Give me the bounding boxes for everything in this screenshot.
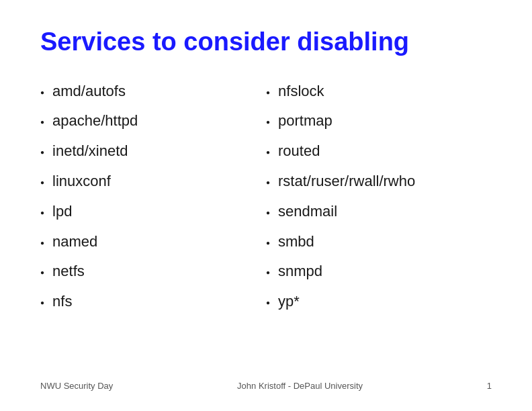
item-text: nfs <box>52 291 72 312</box>
footer-center: John Kristoff - DePaul University <box>237 381 363 391</box>
bullet-icon: ● <box>40 178 44 187</box>
item-text: smbd <box>278 232 314 253</box>
item-text: rstat/ruser/rwall/rwho <box>278 171 415 192</box>
column-right: ●nfslock●portmap●routed●rstat/ruser/rwal… <box>266 77 492 369</box>
content-area: ●amd/autofs●apache/httpd●inetd/xinetd●li… <box>40 77 492 369</box>
bullet-icon: ● <box>266 208 270 218</box>
list-item: ●inetd/xinetd <box>40 136 266 167</box>
footer-left: NWU Security Day <box>40 381 113 391</box>
bullet-icon: ● <box>266 298 270 308</box>
item-text: sendmail <box>278 201 337 222</box>
bullet-icon: ● <box>266 178 270 187</box>
bullet-icon: ● <box>266 88 270 97</box>
item-text: amd/autofs <box>52 81 126 102</box>
list-item: ●nfs <box>40 287 266 317</box>
item-text: netfs <box>52 261 85 282</box>
list-item: ●lpd <box>40 197 266 227</box>
item-text: apache/httpd <box>52 111 138 132</box>
item-text: inetd/xinetd <box>52 141 128 162</box>
bullet-icon: ● <box>40 298 44 308</box>
list-item: ●linuxconf <box>40 167 266 197</box>
slide-title: Services to consider disabling <box>40 27 492 58</box>
list-item: ●sendmail <box>266 197 492 227</box>
list-item: ●smbd <box>266 227 492 257</box>
slide: Services to consider disabling ●amd/auto… <box>0 0 532 411</box>
list-item: ●amd/autofs <box>40 77 266 107</box>
list-item: ●routed <box>266 136 492 167</box>
list-item: ●snmpd <box>266 257 492 287</box>
list-item: ●nfslock <box>266 77 492 107</box>
bullet-icon: ● <box>266 148 270 157</box>
item-text: named <box>52 232 97 253</box>
bullet-icon: ● <box>266 118 270 127</box>
item-text: yp* <box>278 291 300 312</box>
bullet-icon: ● <box>40 118 44 127</box>
list-item: ●named <box>40 227 266 257</box>
list-item: ●rstat/ruser/rwall/rwho <box>266 167 492 197</box>
list-item: ●yp* <box>266 287 492 317</box>
item-text: linuxconf <box>52 171 111 192</box>
bullet-icon: ● <box>266 238 270 248</box>
item-text: portmap <box>278 111 332 132</box>
item-text: routed <box>278 141 320 162</box>
item-text: snmpd <box>278 261 322 282</box>
bullet-icon: ● <box>40 208 44 218</box>
bullet-icon: ● <box>40 238 44 248</box>
item-text: lpd <box>52 201 72 222</box>
bullet-icon: ● <box>266 268 270 277</box>
list-item: ●portmap <box>266 106 492 136</box>
footer-right: 1 <box>487 381 492 391</box>
bullet-icon: ● <box>40 88 44 97</box>
list-item: ●netfs <box>40 257 266 287</box>
bullet-icon: ● <box>40 148 44 157</box>
bullet-icon: ● <box>40 268 44 277</box>
item-text: nfslock <box>278 81 324 102</box>
footer: NWU Security Day John Kristoff - DePaul … <box>40 374 492 391</box>
list-item: ●apache/httpd <box>40 106 266 136</box>
column-left: ●amd/autofs●apache/httpd●inetd/xinetd●li… <box>40 77 266 369</box>
